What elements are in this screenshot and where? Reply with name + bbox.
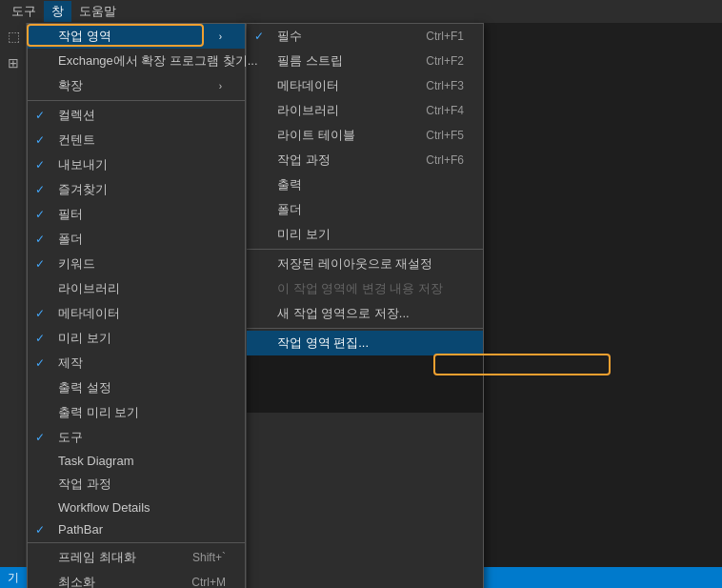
check-produce: ✓ [35,356,54,370]
check-content: ✓ [35,133,54,147]
label-workspace: 작업 영역 [54,28,219,45]
menu-item-folder[interactable]: ✓ 폴더 [28,227,245,252]
label-expand: 확장 [54,77,219,94]
check-essential: ✓ [254,30,273,43]
label-lighttable: 라이트 테이블 [273,127,426,144]
label-pathbar: PathBar [54,522,226,537]
label-produce: 제작 [54,355,226,372]
submenu-item-preview[interactable]: 미리 보기 [247,222,483,247]
label-tools: 도구 [54,429,226,446]
label-reset-layout: 저장된 레이아웃으로 재설정 [273,255,464,273]
status-text: 기 [8,570,19,586]
submenu-item-save-new[interactable]: 새 작업 영역으로 저장... [247,301,483,326]
label-content: 컨텐트 [54,132,226,149]
sub-separator-1 [247,249,483,250]
submenu-item-folder[interactable]: 폴더 [247,197,483,222]
menu-item-favorites[interactable]: ✓ 즐겨찾기 [28,177,245,202]
label-save-changes: 이 작업 영역에 변경 내용 저장 [273,280,464,297]
menu-item-filter[interactable]: ✓ 필터 [28,202,245,227]
menu-item-content[interactable]: ✓ 컨텐트 [28,128,245,152]
menu-item-pathbar[interactable]: ✓ PathBar [28,518,245,540]
menu-item-export[interactable]: ✓ 내보내기 [28,152,245,177]
check-favorites: ✓ [35,183,54,196]
arrow-expand: › [219,81,226,91]
label-sub-metadata: 메타데이터 [273,77,426,94]
submenu-item-essential[interactable]: ✓ 필수 Ctrl+F1 [247,24,483,49]
check-export: ✓ [35,158,54,172]
left-toolbar: ⬚ ⊞ [0,23,27,588]
label-output-preview: 출력 미리 보기 [54,404,226,421]
menu-item-workflow-details[interactable]: Workflow Details [28,497,245,518]
submenu-item-save-changes: 이 작업 영역에 변경 내용 저장 [247,276,483,301]
label-exchange: Exchange에서 확장 프로그램 찾기... [54,52,258,70]
label-sub-preview: 미리 보기 [273,226,464,243]
toolbar-icon-1[interactable]: ⬚ [0,23,27,50]
menu-item-workspace[interactable]: 작업 영역 › [28,24,245,49]
separator-1 [28,100,245,101]
label-preview: 미리 보기 [54,330,226,347]
menu-item-workflow[interactable]: 작업 과정 [28,472,245,497]
check-collection: ✓ [35,109,54,122]
menu-item-preview[interactable]: ✓ 미리 보기 [28,326,245,351]
menu-item-task-diagram[interactable]: Task Diagram [28,450,245,472]
main-dropdown-menu: 작업 영역 › Exchange에서 확장 프로그램 찾기... 확장 › ✓ … [27,23,246,588]
label-filmstrip: 필름 스트립 [273,52,426,70]
menu-help[interactable]: 도움말 [71,1,124,22]
menu-item-minimize[interactable]: 최소화 Ctrl+M [28,570,245,588]
check-keyword: ✓ [35,257,54,271]
menu-item-output-preview[interactable]: 출력 미리 보기 [28,400,245,425]
check-preview: ✓ [35,332,54,345]
separator-2 [28,542,245,543]
submenu-item-edit-workspace[interactable]: 작업 영역 편집... [247,331,483,355]
arrow-workspace: › [219,31,226,42]
label-save-new: 새 작업 영역으로 저장... [273,305,464,322]
shortcut-sub-library: Ctrl+F4 [426,104,464,117]
label-essential: 필수 [273,28,426,45]
shortcut-minimize: Ctrl+M [191,576,226,588]
menu-item-tools[interactable]: ✓ 도구 [28,425,245,450]
menu-window[interactable]: 창 [44,1,71,22]
menu-item-produce[interactable]: ✓ 제작 [28,351,245,375]
submenu-item-reset-layout[interactable]: 저장된 레이아웃으로 재설정 [247,252,483,276]
label-export: 내보내기 [54,156,226,173]
label-task-diagram: Task Diagram [54,454,226,468]
sub-separator-2 [247,328,483,329]
shortcut-lighttable: Ctrl+F5 [426,129,464,142]
menubar: 도구 창 도움말 [0,0,722,23]
label-filter: 필터 [54,206,226,223]
menu-item-metadata[interactable]: ✓ 메타데이터 [28,301,245,326]
label-library: 라이브러리 [54,280,226,297]
submenu-item-output[interactable]: 출력 [247,172,483,197]
toolbar-icon-2[interactable]: ⊞ [0,50,27,76]
check-pathbar: ✓ [35,523,54,537]
check-tools: ✓ [35,431,54,444]
menu-item-frame-max[interactable]: 프레임 최대화 Shift+` [28,545,245,570]
shortcut-sub-workflow: Ctrl+F6 [426,153,464,167]
menu-item-expand[interactable]: 확장 › [28,73,245,98]
submenu-item-filmstrip[interactable]: 필름 스트립 Ctrl+F2 [247,49,483,73]
menus-container: 작업 영역 › Exchange에서 확장 프로그램 찾기... 확장 › ✓ … [27,23,484,588]
menu-item-exchange[interactable]: Exchange에서 확장 프로그램 찾기... [28,49,245,73]
menu-item-collection[interactable]: ✓ 컬렉션 [28,103,245,128]
submenu-item-library[interactable]: 라이브러리 Ctrl+F4 [247,98,483,123]
label-sub-library: 라이브러리 [273,102,426,119]
check-filter: ✓ [35,208,54,221]
submenu-item-metadata[interactable]: 메타데이터 Ctrl+F3 [247,73,483,98]
menu-item-output-settings[interactable]: 출력 설정 [28,375,245,400]
label-output-settings: 출력 설정 [54,379,226,396]
label-metadata: 메타데이터 [54,305,226,322]
submenu-item-workflow[interactable]: 작업 과정 Ctrl+F6 [247,148,483,172]
menu-item-keyword[interactable]: ✓ 키워드 [28,252,245,276]
label-sub-folder: 폴더 [273,201,464,218]
submenu-dark-area [247,355,483,413]
submenu-item-lighttable[interactable]: 라이트 테이블 Ctrl+F5 [247,123,483,148]
label-edit-workspace: 작업 영역 편집... [273,335,464,352]
menu-tools[interactable]: 도구 [4,1,44,22]
label-collection: 컬렉션 [54,107,226,124]
label-keyword: 키워드 [54,255,226,273]
menu-item-library[interactable]: 라이브러리 [28,276,245,301]
shortcut-filmstrip: Ctrl+F2 [426,54,464,68]
label-sub-output: 출력 [273,176,464,193]
label-favorites: 즐겨찾기 [54,181,226,198]
label-frame-max: 프레임 최대화 [54,549,192,566]
